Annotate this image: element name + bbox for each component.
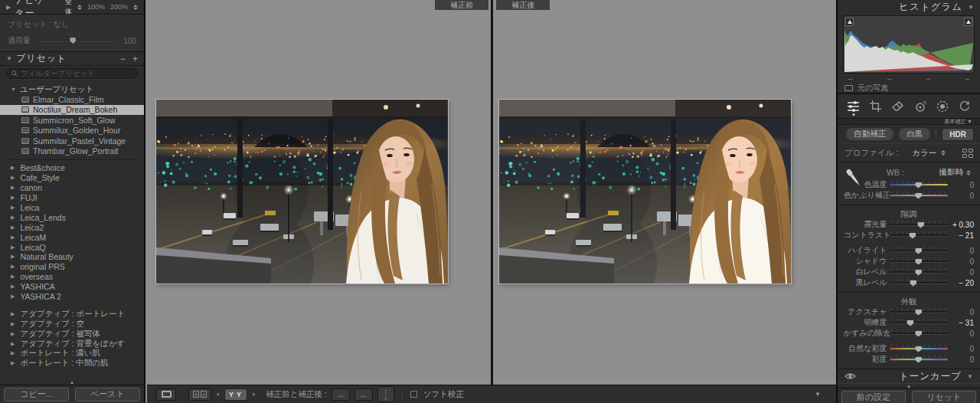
- slider-value[interactable]: − 20: [950, 279, 975, 287]
- preset-item[interactable]: Summilux_Golden_Hour: [0, 126, 144, 136]
- slider-thumb[interactable]: [915, 346, 922, 352]
- slider-value[interactable]: 0: [950, 308, 975, 316]
- before-photo[interactable]: [156, 100, 448, 283]
- slider-track[interactable]: [890, 192, 948, 200]
- ba-caret-icon[interactable]: ▾: [217, 392, 220, 398]
- adaptive-preset-group[interactable]: ▶ポートレート : 中間の肌: [0, 359, 144, 369]
- copy-after-to-before-button[interactable]: ←: [354, 388, 373, 401]
- preset-item[interactable]: Elmar_Classic_Film: [0, 94, 144, 105]
- preset-folder[interactable]: ▶Natural Beauty: [0, 252, 144, 262]
- masking-tool[interactable]: [934, 97, 951, 116]
- preset-item[interactable]: Summicron_Soft_Glow: [0, 115, 144, 126]
- add-preset-button[interactable]: +: [132, 54, 138, 64]
- soft-proof-checkbox[interactable]: [410, 391, 417, 398]
- preset-search-input[interactable]: フィルタープリセット: [6, 68, 138, 79]
- profile-caret-icon[interactable]: [941, 150, 946, 156]
- healing-tool[interactable]: [890, 97, 906, 116]
- preset-folder[interactable]: ▶YASHICA: [0, 282, 144, 292]
- basic-panel-header-clipped[interactable]: 基本補正 ▼: [838, 119, 980, 125]
- slider-track[interactable]: [890, 221, 948, 229]
- slider-track[interactable]: [890, 319, 948, 327]
- adaptive-preset-group[interactable]: ▶アダプティブ : 被写体: [0, 329, 144, 339]
- slider-track[interactable]: [890, 355, 948, 364]
- preset-folder[interactable]: ▶Cafe_Style: [0, 173, 144, 183]
- sync-tool[interactable]: [956, 97, 973, 116]
- preset-folder[interactable]: ▶Leica: [0, 203, 144, 213]
- preset-folder[interactable]: ▶original PRS: [0, 262, 144, 272]
- eye-icon[interactable]: [844, 372, 856, 380]
- hdr-button[interactable]: HDR: [942, 128, 974, 141]
- preset-item[interactable]: Summitar_Pastel_Vintage: [0, 136, 144, 146]
- after-photo[interactable]: [499, 100, 791, 283]
- adaptive-preset-group[interactable]: ▶アダプティブ : ポートレート: [0, 309, 144, 319]
- slider-thumb[interactable]: [915, 193, 922, 199]
- wb-caret-icon[interactable]: [966, 170, 971, 175]
- slider-track[interactable]: [890, 247, 948, 255]
- previous-settings-button[interactable]: 前の設定: [841, 391, 906, 403]
- preset-folder[interactable]: ▶LeicaM: [0, 232, 144, 242]
- histogram-header[interactable]: ヒストグラム ▼: [838, 0, 980, 14]
- adaptive-preset-group[interactable]: ▶アダプティブ : 背景をぼかす: [0, 339, 144, 349]
- slider-thumb[interactable]: [915, 310, 922, 316]
- before-after-split-button[interactable]: Y Y: [224, 388, 247, 401]
- toolbar-options-caret[interactable]: ▼: [815, 391, 827, 398]
- wb-value[interactable]: 撮影時: [939, 167, 964, 178]
- slider-value[interactable]: − 21: [950, 231, 975, 240]
- slider-track[interactable]: [890, 329, 948, 338]
- tone-curve-header[interactable]: トーンカーブ ▼: [838, 369, 980, 383]
- profile-browser-icon[interactable]: [962, 149, 973, 158]
- paste-button[interactable]: ペースト: [75, 388, 140, 401]
- loupe-view-button[interactable]: [156, 388, 176, 401]
- profile-value[interactable]: カラー: [912, 148, 936, 159]
- highlight-clipping-toggle[interactable]: [964, 18, 972, 26]
- slider-value[interactable]: 0: [950, 329, 975, 338]
- slider-thumb[interactable]: [915, 357, 922, 363]
- slider-track[interactable]: [890, 181, 948, 189]
- slider-value[interactable]: 0: [950, 247, 975, 255]
- preset-folder[interactable]: ▶YASHICA 2: [0, 292, 144, 302]
- swap-before-after-button[interactable]: ↑ ↓: [377, 386, 394, 402]
- slider-track[interactable]: [890, 268, 948, 277]
- amount-slider[interactable]: [36, 38, 118, 44]
- presets-panel-header[interactable]: ▼ プリセット − +: [0, 52, 144, 66]
- wb-eyedropper-icon[interactable]: [844, 167, 864, 190]
- slider-value[interactable]: 0: [950, 345, 975, 353]
- copy-before-to-after-button[interactable]: →: [332, 388, 350, 401]
- slider-thumb[interactable]: [910, 280, 916, 287]
- preset-folder[interactable]: ▶Leica_Lends: [0, 212, 144, 222]
- histogram[interactable]: [843, 15, 975, 74]
- slider-track[interactable]: [890, 308, 948, 316]
- copy-button[interactable]: コピー...: [4, 388, 69, 401]
- shadow-clipping-toggle[interactable]: [845, 18, 854, 26]
- slider-thumb[interactable]: [915, 259, 922, 265]
- preset-folder[interactable]: ▶Leica2: [0, 222, 144, 232]
- zoom-caret-icon[interactable]: [133, 5, 138, 10]
- preset-item[interactable]: Thambar_Glow_Portrait: [0, 146, 144, 157]
- slider-track[interactable]: [890, 279, 948, 287]
- before-after-lr-button[interactable]: B A: [188, 388, 211, 401]
- preset-folder[interactable]: ▶FUJI: [0, 193, 144, 203]
- fit-caret-icon[interactable]: [77, 5, 82, 10]
- slider-thumb[interactable]: [915, 270, 922, 276]
- slider-value[interactable]: 0: [950, 192, 975, 200]
- crop-tool[interactable]: [867, 97, 884, 116]
- black-white-button[interactable]: 白黒: [899, 128, 930, 140]
- adaptive-preset-group[interactable]: ▶ポートレート : 濃い肌: [0, 349, 144, 359]
- adaptive-preset-group[interactable]: ▶アダプティブ : 空: [0, 319, 144, 329]
- navigator-zoom-100[interactable]: 100%: [87, 3, 105, 11]
- slider-value[interactable]: 0: [950, 181, 975, 189]
- slider-thumb[interactable]: [915, 248, 922, 254]
- auto-tone-button[interactable]: 自動補正: [846, 128, 893, 140]
- basic-edit-tool[interactable]: [845, 97, 862, 116]
- preset-folder[interactable]: ▶Best&choice: [0, 163, 144, 173]
- original-photo-row[interactable]: 元の写真: [838, 84, 980, 94]
- slider-thumb[interactable]: [906, 320, 913, 326]
- preset-folder[interactable]: ▶canon: [0, 183, 144, 193]
- navigator-header[interactable]: ▶ ナビゲーター 全体 100% 200%: [0, 0, 144, 15]
- slider-thumb[interactable]: [917, 222, 924, 228]
- slider-value[interactable]: − 31: [950, 319, 975, 327]
- navigator-zoom-200[interactable]: 200%: [110, 3, 128, 11]
- slider-thumb[interactable]: [915, 331, 922, 337]
- slider-track[interactable]: [890, 345, 948, 353]
- yy-caret-icon[interactable]: ▾: [253, 392, 256, 398]
